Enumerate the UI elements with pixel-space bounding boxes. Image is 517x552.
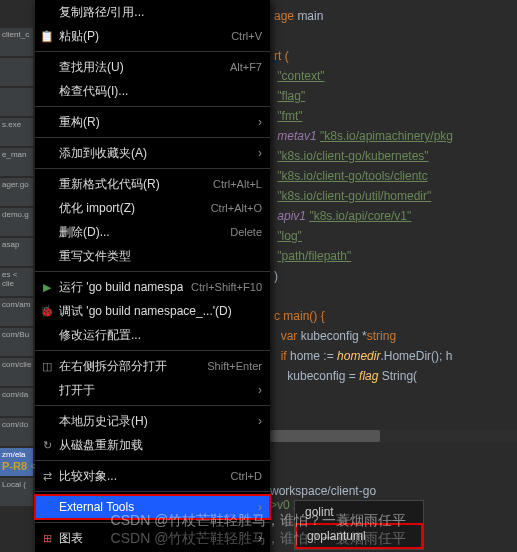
paste-icon: 📋 <box>40 30 54 43</box>
compare-icon: ⇄ <box>40 470 54 483</box>
scrollbar-thumb[interactable] <box>270 430 380 442</box>
menu-local-history[interactable]: 本地历史记录(H)› <box>35 409 270 433</box>
chevron-right-icon: › <box>258 115 262 129</box>
split-icon: ◫ <box>40 360 54 373</box>
menu-modify-run[interactable]: 修改运行配置... <box>35 323 270 347</box>
menu-external-tools[interactable]: External Tools› <box>35 495 270 519</box>
submenu-golint[interactable]: golint <box>295 501 423 523</box>
file-tile[interactable]: e_man <box>0 148 33 176</box>
file-tile[interactable]: es < clie <box>0 268 33 296</box>
external-tools-submenu: golint goplantuml <box>294 500 424 550</box>
reload-icon: ↻ <box>40 439 54 452</box>
run-icon: ▶ <box>40 281 54 294</box>
chevron-right-icon: › <box>258 531 262 545</box>
chevron-right-icon: › <box>258 414 262 428</box>
menu-compare[interactable]: ⇄比较对象...Ctrl+D <box>35 464 270 488</box>
file-tile[interactable]: com/do <box>0 418 33 446</box>
file-tile[interactable]: client_c <box>0 28 33 56</box>
file-tile[interactable]: com/Bu <box>0 328 33 356</box>
file-tile[interactable]: com/am <box>0 298 33 326</box>
menu-refactor[interactable]: 重构(R)› <box>35 110 270 134</box>
diagram-icon: ⊞ <box>40 532 54 545</box>
separator <box>35 271 270 272</box>
menu-optimize-import[interactable]: 优化 import(Z)Ctrl+Alt+O <box>35 196 270 220</box>
horizontal-scrollbar[interactable] <box>270 430 517 442</box>
separator <box>35 168 270 169</box>
menu-reformat[interactable]: 重新格式化代码(R)Ctrl+Alt+L <box>35 172 270 196</box>
file-tile[interactable]: ager.go <box>0 178 33 206</box>
chevron-right-icon: › <box>258 500 262 514</box>
menu-reload[interactable]: ↻从磁盘重新加载 <box>35 433 270 457</box>
chevron-right-icon: › <box>258 383 262 397</box>
separator <box>35 106 270 107</box>
menu-paste[interactable]: 📋粘贴(P)Ctrl+V <box>35 24 270 48</box>
menu-inspect[interactable]: 检查代码(I)... <box>35 79 270 103</box>
separator <box>35 51 270 52</box>
file-tile[interactable]: com/da <box>0 388 33 416</box>
file-tile[interactable]: demo.g <box>0 208 33 236</box>
debug-icon: 🐞 <box>40 305 54 318</box>
menu-run[interactable]: ▶运行 'go build namespace_...'(U)Ctrl+Shif… <box>35 275 270 299</box>
menu-copy-path[interactable]: 复制路径/引用... <box>35 0 270 24</box>
menu-open-in[interactable]: 打开于› <box>35 378 270 402</box>
menu-open-right[interactable]: ◫在右侧拆分部分打开Shift+Enter <box>35 354 270 378</box>
context-menu: 复制路径/引用... 📋粘贴(P)Ctrl+V 查找用法(U)Alt+F7 检查… <box>35 0 270 552</box>
separator <box>35 491 270 492</box>
separator <box>35 460 270 461</box>
code-editor[interactable]: age main rt ( "context" "flag" "fmt" met… <box>270 0 517 552</box>
separator <box>35 137 270 138</box>
menu-override-filetype[interactable]: 重写文件类型 <box>35 244 270 268</box>
separator <box>35 522 270 523</box>
file-tile[interactable]: com/clie <box>0 358 33 386</box>
file-tile[interactable] <box>0 58 33 86</box>
menu-diagram[interactable]: ⊞图表› <box>35 526 270 550</box>
submenu-goplantuml[interactable]: goplantuml <box>295 523 423 549</box>
chevron-right-icon: › <box>258 146 262 160</box>
menu-delete[interactable]: 删除(D)...Delete <box>35 220 270 244</box>
menu-debug[interactable]: 🐞调试 'go build namespace_...'(D) <box>35 299 270 323</box>
file-tile[interactable]: Local ( <box>0 478 33 506</box>
file-tile[interactable]: s.exe <box>0 118 33 146</box>
menu-find-usage[interactable]: 查找用法(U)Alt+F7 <box>35 55 270 79</box>
file-tile[interactable] <box>0 88 33 116</box>
separator <box>35 405 270 406</box>
separator <box>35 350 270 351</box>
file-tile[interactable]: asap <box>0 238 33 266</box>
menu-add-favorite[interactable]: 添加到收藏夹(A)› <box>35 141 270 165</box>
